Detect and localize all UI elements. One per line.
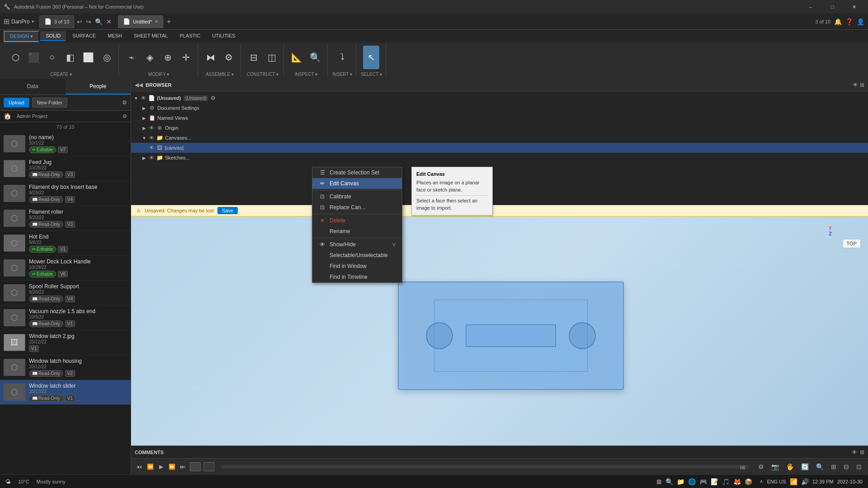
tree-row-origin[interactable]: ▶ 👁 ⊕ Origin: [131, 123, 868, 133]
grid-icon[interactable]: ⊞: [4, 17, 9, 26]
file-item-f8[interactable]: ⬡Vacuum nozzle 1.5 abs end10/5/22📖 Read-…: [0, 305, 131, 330]
tree-row-docsettings[interactable]: ▶ ⚙ Document Settings: [131, 103, 868, 113]
upload-button[interactable]: Upload: [4, 98, 29, 108]
tree-eye-origin[interactable]: 👁: [149, 125, 154, 131]
file-badge-f11[interactable]: 📖 Read-Only: [29, 395, 63, 402]
app5-icon[interactable]: 📦: [745, 478, 752, 485]
vp-tool-1[interactable]: ⚙: [755, 462, 767, 471]
tab-surface[interactable]: SURFACE: [67, 31, 101, 41]
comments-eye-icon[interactable]: 👁: [852, 449, 857, 455]
ctx-item-calibrate[interactable]: ⊡ Calibrate: [312, 191, 402, 202]
viewport[interactable]: TOP Y Z: [131, 216, 868, 446]
tree-row-canvas-item[interactable]: 👁 🖼 [canvas]: [131, 143, 868, 153]
browser-expand-icon[interactable]: ⊞: [860, 82, 864, 88]
undo-icon[interactable]: ↩: [77, 18, 82, 25]
file-item-f2[interactable]: ⬡Feed Jug10/28/22📖 Read-OnlyV3: [0, 156, 131, 181]
modify-btn-4[interactable]: ✛: [178, 46, 194, 69]
new-folder-button[interactable]: New Folder: [32, 98, 67, 108]
tl-record-btn[interactable]: [203, 462, 214, 471]
vp-tool-7[interactable]: ⊟: [841, 462, 852, 471]
file-item-f9[interactable]: 🖼Window latch 2.jpg10/12/22V1: [0, 330, 131, 355]
app1-icon[interactable]: 🎮: [699, 478, 707, 485]
tl-play-icon[interactable]: ▶: [156, 462, 165, 471]
redo-icon[interactable]: ↪: [86, 18, 91, 25]
file-badge-f5[interactable]: ✏ Editable: [29, 246, 56, 253]
save-button[interactable]: Save: [217, 207, 238, 214]
tree-eye-canvas-item[interactable]: 👁: [149, 145, 154, 150]
chevron-icon[interactable]: ∧: [760, 479, 763, 484]
vp-tool-4[interactable]: 🔄: [798, 462, 811, 471]
tl-prev-icon[interactable]: ⏪: [146, 462, 155, 471]
notification-icon[interactable]: 🔔: [834, 18, 842, 25]
file-item-f10[interactable]: ⬡Window latch housing10/12/22📖 Read-Only…: [0, 355, 131, 380]
tl-mode-btn[interactable]: [190, 462, 201, 471]
file-badge-f1[interactable]: ✏ Editable: [29, 146, 56, 153]
create-btn-3[interactable]: ○: [44, 46, 60, 69]
vp-tool-6[interactable]: ⊞: [828, 462, 839, 471]
modify-btn-1[interactable]: ⌁: [123, 46, 140, 69]
modify-label[interactable]: MODIFY ▾: [148, 72, 169, 77]
select-btn-1[interactable]: ↖: [363, 46, 379, 69]
search-icon[interactable]: 🔍: [95, 18, 103, 25]
modify-btn-3[interactable]: ⊕: [160, 46, 176, 69]
tree-arrow-nv[interactable]: ▶: [141, 115, 147, 121]
ctx-item-find-timeline[interactable]: Find in Timeline: [312, 272, 402, 282]
file-badge-f2[interactable]: 📖 Read-Only: [29, 171, 63, 178]
file-item-f7[interactable]: ⬡Spool Roller Support9/20/22📖 Read-OnlyV…: [0, 281, 131, 305]
close-button[interactable]: ✕: [844, 0, 864, 14]
profile-chevron[interactable]: ▾: [32, 19, 34, 24]
tl-start-icon[interactable]: ⏮: [135, 462, 144, 471]
create-btn-2[interactable]: ⬛: [25, 46, 42, 69]
chrome-icon[interactable]: 🌐: [688, 478, 696, 485]
file-item-f6[interactable]: ⬡Mower Deck Lock Handle10/29/22✏ Editabl…: [0, 256, 131, 281]
tab-data[interactable]: Data: [0, 79, 66, 94]
app3-icon[interactable]: 🎵: [722, 478, 730, 485]
insert-label[interactable]: INSERT ▾: [332, 72, 352, 77]
ctx-item-edit-canvas[interactable]: ✏ Edit Canvas: [312, 178, 402, 189]
speaker-icon[interactable]: 🔊: [801, 478, 809, 485]
file-badge-f3[interactable]: 📖 Read-Only: [29, 196, 63, 203]
tab-mesh[interactable]: MESH: [102, 31, 127, 41]
tl-next-icon[interactable]: ⏩: [167, 462, 176, 471]
vp-tool-5[interactable]: 🔍: [813, 462, 826, 471]
tree-row-namedviews[interactable]: ▶ 📋 Named Views: [131, 113, 868, 123]
tab-sheet-metal[interactable]: SHEET METAL: [128, 31, 173, 41]
tree-eye-sketches[interactable]: 👁: [149, 155, 154, 160]
file-badge-f4[interactable]: 📖 Read-Only: [29, 221, 63, 228]
tree-arrow-canvases[interactable]: ▼: [141, 135, 147, 141]
assemble-btn-1[interactable]: ⧓: [203, 46, 219, 69]
tree-row-canvases[interactable]: ▼ 👁 📁 Canvases...: [131, 133, 868, 143]
inspect-btn-1[interactable]: 📐: [288, 46, 305, 69]
ctx-item-find-window[interactable]: Find in Window: [312, 261, 402, 272]
create-btn-4[interactable]: ◧: [62, 46, 78, 69]
tree-arrow-doc[interactable]: ▶: [141, 105, 147, 111]
ctx-item-rename[interactable]: Rename: [312, 226, 402, 237]
file-badge-f10[interactable]: 📖 Read-Only: [29, 370, 63, 377]
ctx-item-replace-can[interactable]: ⊡ Replace Can...: [312, 202, 402, 213]
modify-btn-2[interactable]: ◈: [142, 46, 158, 69]
select-label[interactable]: SELECT ▾: [361, 72, 382, 77]
assemble-label[interactable]: ASSEMBLE ▾: [206, 72, 234, 77]
tab-utilities[interactable]: UTILITIES: [207, 31, 241, 41]
tree-row-root[interactable]: ▼ 👁 📄 (Unsaved) (Unsaved) ⚙: [131, 93, 868, 103]
tl-end-icon[interactable]: ⏭: [178, 462, 187, 471]
create-label[interactable]: CREATE ▾: [50, 72, 72, 77]
maximize-button[interactable]: □: [822, 0, 843, 14]
ctx-item-create-selection[interactable]: ☰ Create Selection Set: [312, 167, 402, 178]
tab-plastic[interactable]: PLASTIC: [174, 31, 206, 41]
account-icon[interactable]: 👤: [857, 18, 864, 25]
close-file-icon[interactable]: ✕: [106, 18, 112, 25]
insert-btn-1[interactable]: ⤵: [334, 46, 350, 69]
tab-solid[interactable]: SOLID: [40, 31, 66, 41]
tree-arrow-root[interactable]: ▼: [133, 95, 139, 101]
wifi-icon[interactable]: 📶: [790, 478, 797, 485]
help-icon[interactable]: ❓: [845, 18, 853, 25]
file-item-f5[interactable]: ⬡Hot End9/6/22✏ EditableV1: [0, 231, 131, 256]
create-btn-1[interactable]: ⬡: [7, 46, 24, 69]
construct-btn-2[interactable]: ◫: [264, 46, 280, 69]
home-icon[interactable]: 🏠: [4, 113, 11, 120]
construct-label[interactable]: CONSTRUCT ▾: [247, 72, 278, 77]
windows-icon[interactable]: ⊞: [656, 478, 662, 485]
add-tab-icon[interactable]: +: [167, 18, 171, 26]
timeline-track[interactable]: 06: [221, 465, 749, 469]
